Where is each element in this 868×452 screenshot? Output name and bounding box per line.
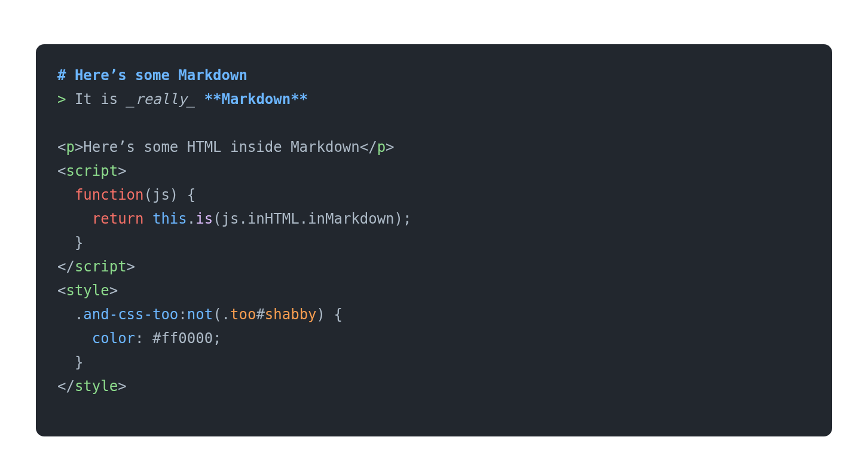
angle-close2: >	[386, 139, 394, 155]
tag-p-close: p	[377, 139, 386, 155]
code-line-1: # Here’s some Markdown	[57, 67, 247, 84]
kw-this: this	[152, 210, 187, 227]
arg-js: js	[222, 210, 239, 227]
md-quote-marker: >	[57, 91, 75, 108]
param-js: js	[152, 187, 170, 203]
code-line-13: }	[57, 354, 83, 371]
md-strong-text: Markdown	[222, 91, 291, 108]
code-line-9: </script>	[57, 258, 135, 275]
method-is: is	[195, 210, 213, 227]
code-line-14: </style>	[57, 378, 127, 395]
md-emph-open: _	[127, 91, 135, 108]
md-quote-text: It is	[75, 91, 127, 108]
code-line-10: <style>	[57, 282, 118, 299]
css-notarg-id: shabby	[265, 306, 317, 323]
md-emph-close: _	[187, 91, 195, 108]
kw-function: function	[75, 187, 144, 203]
code-line-6: function(js) {	[57, 187, 195, 203]
tag-p-open: p	[66, 139, 74, 155]
tag-script-open: script	[66, 163, 118, 179]
css-prop-color: color	[92, 330, 135, 347]
p-content: Here’s some HTML inside Markdown	[83, 139, 359, 155]
kw-return: return	[92, 210, 144, 227]
angle-open: <	[57, 139, 66, 155]
code-line-8: }	[57, 234, 83, 251]
css-selector-class: and-css-too	[83, 306, 178, 323]
tag-script-close: script	[75, 258, 127, 275]
md-heading-text: Here’s some Markdown	[75, 67, 247, 84]
md-strong-open: **	[204, 91, 222, 108]
prop-inhtml: inHTML	[247, 210, 299, 227]
angle-close: >	[75, 139, 83, 155]
code-line-7: return this.is(js.inHTML.inMarkdown);	[57, 210, 411, 227]
code-block[interactable]: # Here’s some Markdown > It is _really_ …	[36, 44, 832, 436]
md-space	[195, 91, 204, 108]
tag-style-open: style	[66, 282, 109, 299]
code-line-5: <script>	[57, 163, 127, 179]
code-line-11: .and-css-too:not(.too#shabby) {	[57, 306, 343, 323]
css-value-color: #ff0000	[152, 330, 213, 347]
css-notarg-class: too	[230, 306, 256, 323]
prop-inmarkdown: inMarkdown	[308, 210, 395, 227]
md-strong-close: **	[291, 91, 308, 108]
code-line-2: > It is _really_ **Markdown**	[57, 91, 308, 108]
code-line-12: color: #ff0000;	[57, 330, 222, 347]
tag-style-close: style	[75, 378, 118, 395]
md-emph-text: really	[135, 91, 187, 108]
md-heading-marker: #	[57, 67, 75, 84]
angle-openclose: </	[360, 139, 377, 155]
css-pseudo-not: not	[187, 306, 213, 323]
code-line-4: <p>Here’s some HTML inside Markdown</p>	[57, 139, 395, 155]
